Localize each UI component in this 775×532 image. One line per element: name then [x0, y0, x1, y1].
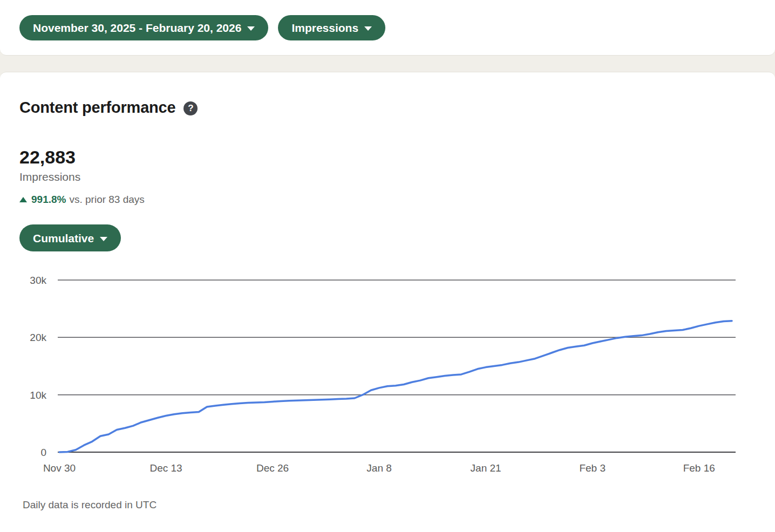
metric-filter-label: Impressions: [291, 22, 358, 33]
utc-footnote: Daily data is recorded in UTC: [23, 499, 157, 511]
trend-up-icon: [19, 197, 27, 202]
impressions-line-chart: 010k20k30kNov 30Dec 13Dec 26Jan 8Jan 21F…: [0, 270, 775, 486]
page-title: Content performance: [19, 99, 175, 117]
chevron-down-icon: [364, 26, 372, 31]
impressions-metric-label: Impressions: [19, 170, 80, 183]
trend-indicator: 991.8% vs. prior 83 days: [19, 194, 145, 206]
cumulative-impressions-line: [59, 321, 732, 452]
y-axis-label-0: 0: [40, 447, 46, 458]
x-axis-label-feb-3: Feb 3: [579, 462, 606, 474]
x-axis-label-feb-16: Feb 16: [683, 462, 715, 474]
x-axis-label-jan-21: Jan 21: [471, 462, 501, 474]
section-header: Content performance ?: [19, 99, 198, 117]
y-axis-label-20k: 20k: [30, 332, 46, 343]
x-axis-label-nov-30: Nov 30: [43, 462, 76, 474]
x-axis-label-dec-13: Dec 13: [149, 462, 182, 474]
cumulative-view-button[interactable]: Cumulative: [19, 224, 121, 251]
filter-bar: November 30, 2025 - February 20, 2026 Im…: [0, 0, 775, 56]
chevron-down-icon: [247, 26, 255, 31]
x-axis-label-jan-8: Jan 8: [366, 462, 391, 474]
help-icon[interactable]: ?: [183, 101, 198, 115]
trend-percent: 991.8%: [31, 194, 66, 206]
chart-area[interactable]: 010k20k30kNov 30Dec 13Dec 26Jan 8Jan 21F…: [0, 270, 775, 486]
date-range-label: November 30, 2025 - February 20, 2026: [33, 22, 241, 33]
content-performance-card: Content performance ? 22,883 Impressions…: [0, 72, 775, 532]
impressions-total-value: 22,883: [19, 147, 76, 168]
date-range-button[interactable]: November 30, 2025 - February 20, 2026: [19, 15, 268, 40]
cumulative-view-label: Cumulative: [33, 233, 94, 244]
chevron-down-icon: [100, 237, 107, 241]
y-axis-label-30k: 30k: [30, 275, 46, 286]
x-axis-label-dec-26: Dec 26: [256, 462, 289, 474]
trend-comparison-label: vs. prior 83 days: [69, 194, 144, 206]
metric-filter-button[interactable]: Impressions: [278, 15, 385, 40]
y-axis-label-10k: 10k: [30, 390, 46, 401]
question-mark-glyph: ?: [188, 103, 193, 114]
